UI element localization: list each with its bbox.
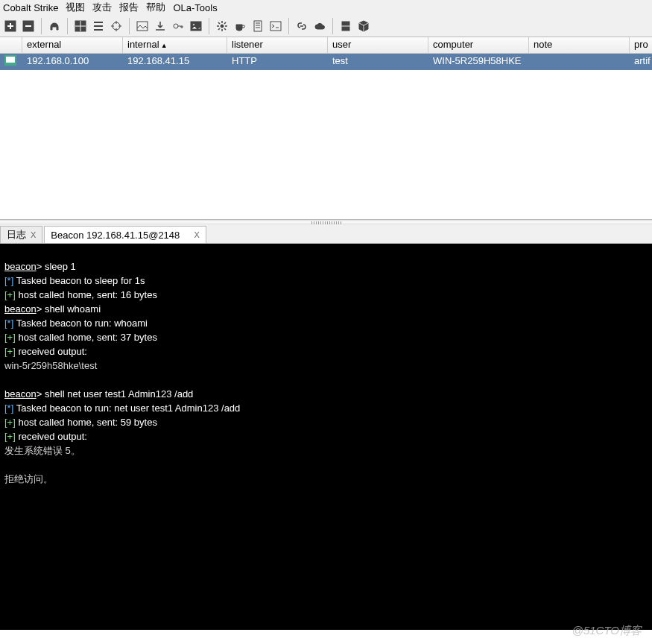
col-internal[interactable]: internal▲	[123, 37, 227, 53]
console-star: [*]	[4, 275, 13, 286]
col-computer[interactable]: computer	[428, 37, 529, 53]
console-plus: [+]	[4, 332, 16, 343]
svg-rect-4	[137, 22, 148, 31]
console-cmd: shell whoami	[45, 303, 101, 315]
svg-rect-9	[254, 21, 262, 31]
col-user[interactable]: user	[328, 37, 428, 53]
console-output: 拒绝访问。	[4, 473, 53, 484]
console-text: host called home, sent: 16 bytes	[16, 289, 157, 300]
cell-external: 192.168.0.100	[22, 54, 123, 70]
console-plus: [+]	[4, 417, 16, 428]
col-icon[interactable]	[0, 37, 22, 53]
tab-beacon-label: Beacon 192.168.41.15@2148	[51, 230, 180, 241]
console-text: >	[37, 388, 45, 400]
list-icon[interactable]	[91, 19, 106, 34]
separator-icon	[41, 18, 42, 34]
console-cmd: shell net user test1 Admin123 /add	[45, 388, 193, 400]
console-star: [*]	[4, 318, 13, 329]
separator-icon	[129, 18, 130, 34]
separator-icon	[209, 18, 209, 34]
cell-note	[529, 54, 630, 70]
console-plus: [+]	[4, 431, 16, 442]
console-text: Tasked beacon to run: net user test1 Adm…	[13, 402, 240, 414]
console-text: host called home, sent: 37 bytes	[16, 332, 157, 343]
remove-icon[interactable]	[21, 19, 36, 34]
svg-rect-11	[342, 22, 349, 25]
separator-icon	[332, 18, 333, 34]
sessions-header-row: external internal▲ listener user compute…	[0, 37, 652, 54]
svg-rect-10	[270, 22, 281, 31]
console-cmd: sleep 1	[45, 261, 76, 272]
document-icon[interactable]	[250, 19, 265, 34]
col-note[interactable]: note	[529, 37, 630, 53]
console-text: >	[37, 303, 45, 315]
cloud-icon[interactable]	[312, 19, 327, 34]
svg-rect-12	[342, 27, 349, 31]
console-text: received output:	[16, 346, 87, 357]
sort-indicator-icon: ▲	[161, 42, 168, 49]
tab-log[interactable]: 日志X	[0, 226, 42, 243]
separator-icon	[67, 18, 68, 34]
session-row[interactable]: 192.168.0.100 192.168.41.15 HTTP test WI…	[0, 54, 652, 70]
cell-user: test	[328, 54, 428, 70]
close-icon[interactable]: X	[31, 230, 36, 239]
menu-cobaltstrike[interactable]: Cobalt Strike	[3, 2, 58, 13]
headphones-icon[interactable]	[47, 19, 62, 34]
cell-computer: WIN-5R259H58HKE	[428, 54, 529, 70]
console-prompt: beacon	[4, 388, 37, 400]
download-icon[interactable]	[153, 19, 168, 34]
menu-bar: Cobalt Strike 视图 攻击 报告 帮助 OLa-Tools	[0, 0, 652, 15]
grid-icon[interactable]	[73, 19, 88, 34]
menu-report[interactable]: 报告	[119, 1, 139, 14]
console-prompt: beacon	[4, 261, 37, 272]
console-text: Tasked beacon to run: whoami	[13, 318, 148, 329]
add-icon[interactable]	[3, 19, 18, 34]
menu-help[interactable]: 帮助	[146, 1, 165, 14]
col-external[interactable]: external	[22, 37, 123, 53]
console-plus: [+]	[4, 346, 16, 357]
image-icon[interactable]	[135, 19, 150, 34]
close-icon[interactable]: X	[194, 230, 200, 239]
col-process[interactable]: pro	[630, 37, 652, 53]
tab-log-label: 日志	[7, 228, 26, 242]
cell-internal: 192.168.41.15	[123, 54, 227, 70]
console-prompt: beacon	[4, 303, 37, 315]
console-text: host called home, sent: 59 bytes	[16, 417, 157, 428]
pane-splitter[interactable]	[0, 220, 652, 224]
svg-point-5	[174, 24, 178, 28]
console-output: 发生系统错误 5。	[4, 445, 80, 456]
cube-icon[interactable]	[356, 19, 371, 34]
toolbar	[0, 15, 652, 37]
col-internal-label: internal	[127, 39, 159, 50]
menu-attack[interactable]: 攻击	[92, 1, 112, 14]
cell-process: artif	[630, 54, 652, 70]
menu-olatools[interactable]: OLa-Tools	[173, 2, 217, 13]
cell-listener: HTTP	[227, 54, 328, 70]
sessions-table: external internal▲ listener user compute…	[0, 37, 652, 220]
tab-beacon[interactable]: Beacon 192.168.41.15@2148 X	[44, 226, 206, 243]
console-star: [*]	[4, 402, 13, 414]
session-os-icon	[0, 54, 22, 70]
console-text: >	[37, 261, 45, 272]
svg-point-8	[221, 25, 224, 28]
link-icon[interactable]	[294, 19, 309, 34]
picture-icon[interactable]	[189, 19, 203, 34]
crosshair-icon[interactable]	[109, 19, 124, 34]
console-output: win-5r259h58hke\test	[4, 360, 97, 371]
server-icon[interactable]	[338, 19, 353, 34]
svg-point-7	[193, 23, 195, 25]
beacon-console[interactable]: beacon> sleep 1 [*] Tasked beacon to sle…	[0, 244, 652, 630]
console-tabs: 日志X Beacon 192.168.41.15@2148 X	[0, 224, 652, 244]
key-icon[interactable]	[171, 19, 186, 34]
console-text: received output:	[16, 431, 87, 442]
separator-icon	[288, 18, 289, 34]
console-text: Tasked beacon to sleep for 1s	[13, 275, 145, 286]
svg-rect-14	[6, 57, 15, 63]
watermark: @51CTO博客	[572, 624, 642, 638]
coffee-icon[interactable]	[232, 19, 247, 34]
col-listener[interactable]: listener	[227, 37, 328, 53]
menu-view[interactable]: 视图	[66, 1, 85, 14]
console-plus: [+]	[4, 289, 16, 300]
gear-icon[interactable]	[215, 19, 230, 34]
terminal-icon[interactable]	[268, 19, 283, 34]
